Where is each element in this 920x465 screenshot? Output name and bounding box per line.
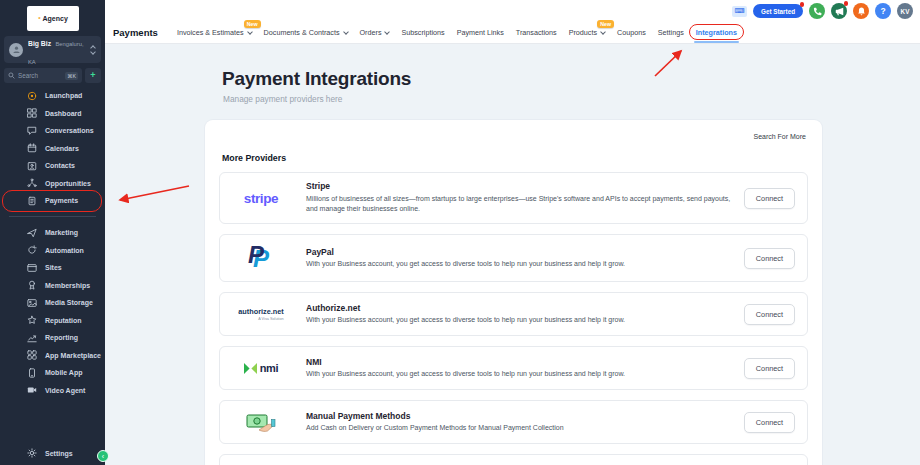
automation-icon — [27, 245, 37, 255]
sidebar-collapse-button[interactable]: ‹ — [97, 450, 109, 462]
tab-documents-contracts[interactable]: Documents & Contracts — [264, 28, 348, 37]
provider-description: With your Business account, you get acce… — [306, 315, 744, 326]
sidebar-item-reputation[interactable]: Reputation — [0, 312, 105, 330]
sidebar: * Agency Big Biz Bengaluru, KA Search ⌘K… — [0, 0, 105, 465]
tab-label: Products — [569, 28, 597, 37]
get-started-label: Get Started — [761, 8, 795, 15]
search-placeholder: Search — [18, 72, 65, 79]
paypal-logo-icon: PP — [232, 243, 290, 273]
sidebar-item-label: Sites — [45, 264, 62, 271]
tab-label: Invoices & Estimates — [177, 28, 244, 37]
sidebar-item-payments[interactable]: Payments — [0, 192, 105, 210]
provider-info: PayPalWith your Business account, you ge… — [306, 247, 744, 270]
phone-icon[interactable] — [809, 3, 825, 19]
media-storage-icon — [27, 298, 37, 308]
search-for-more-link[interactable]: Search For More — [753, 133, 806, 140]
connect-button-paypal[interactable]: Connect — [744, 248, 795, 269]
tab-label: Subscriptions — [401, 28, 444, 37]
sidebar-item-memberships[interactable]: Memberships — [0, 277, 105, 295]
account-name: Big Biz — [28, 40, 51, 47]
marketing-icon — [27, 228, 37, 238]
bell-icon[interactable] — [853, 3, 869, 19]
sidebar-item-media-storage[interactable]: Media Storage — [0, 294, 105, 312]
payments-navbar: Payments Invoices & EstimatesNewDocument… — [105, 22, 920, 44]
tab-invoices-estimates[interactable]: Invoices & EstimatesNew — [177, 28, 252, 37]
provider-name: Authorize.net — [306, 303, 744, 313]
sidebar-item-label: Video Agent — [45, 387, 85, 394]
agency-logo: * Agency — [27, 6, 79, 31]
account-switcher[interactable]: Big Biz Bengaluru, KA — [4, 36, 101, 63]
sidebar-item-settings[interactable]: Settings — [0, 445, 105, 463]
tab-transactions[interactable]: Transactions — [516, 28, 557, 37]
integrations-card: Search For More More Providers stripeStr… — [205, 120, 822, 465]
chevron-down-icon — [385, 29, 391, 35]
tab-label: Transactions — [516, 28, 557, 37]
tab-integrations[interactable]: Integrations — [696, 28, 737, 37]
sidebar-item-sites[interactable]: Sites — [0, 259, 105, 277]
sidebar-item-mobile-app[interactable]: Mobile App — [0, 364, 105, 382]
sidebar-item-marketing[interactable]: Marketing — [0, 224, 105, 242]
agency-logo-mark-icon: * — [38, 16, 40, 22]
provider-description: Millions of businesses of all sizes—from… — [306, 194, 744, 216]
sidebar-divider — [9, 216, 96, 217]
tab-label: Integrations — [696, 28, 737, 37]
sidebar-item-launchpad[interactable]: Launchpad — [0, 87, 105, 105]
keyboard-shortcuts-icon[interactable]: ⌨ — [732, 6, 747, 17]
get-started-button[interactable]: Get Started — [753, 4, 803, 18]
launchpad-icon — [27, 91, 37, 101]
sidebar-search-input[interactable]: Search ⌘K — [4, 68, 82, 83]
sidebar-item-label: Reputation — [45, 317, 82, 324]
sidebar-item-label: Conversations — [45, 127, 94, 134]
tab-payment-links[interactable]: Payment Links — [457, 28, 504, 37]
new-badge: New — [244, 20, 261, 28]
provider-row-manual-payment-methods: Manual Payment MethodsAdd Cash on Delive… — [219, 400, 808, 444]
chevron-down-icon — [600, 29, 606, 35]
sidebar-item-app-marketplace[interactable]: App Marketplace — [0, 347, 105, 365]
contacts-icon — [27, 161, 37, 171]
sidebar-nav-settings: Settings — [0, 445, 105, 463]
tab-coupons[interactable]: Coupons — [617, 28, 646, 37]
sidebar-item-dashboard[interactable]: Dashboard — [0, 105, 105, 123]
sidebar-search-row: Search ⌘K + — [4, 68, 101, 83]
dashboard-icon — [27, 108, 37, 118]
sidebar-item-label: Opportunities — [45, 180, 91, 187]
tab-subscriptions[interactable]: Subscriptions — [401, 28, 444, 37]
nmi-logo-icon: nmi — [232, 362, 290, 374]
tab-orders[interactable]: Orders — [360, 28, 390, 37]
search-shortcut-badge: ⌘K — [65, 72, 78, 80]
sidebar-item-contacts[interactable]: Contacts — [0, 157, 105, 175]
megaphone-icon[interactable] — [831, 3, 847, 19]
provider-info: Manual Payment MethodsAdd Cash on Delive… — [306, 411, 744, 434]
provider-row-nmi: nmiNMIWith your Business account, you ge… — [219, 346, 808, 390]
providers-list: stripeStripeMillions of businesses of al… — [219, 172, 808, 465]
sidebar-item-label: Reporting — [45, 334, 78, 341]
tab-label: Settings — [658, 28, 684, 37]
sidebar-item-label: Payments — [45, 197, 78, 204]
tab-label: Orders — [360, 28, 382, 37]
notification-dot — [844, 1, 849, 6]
provider-info: NMIWith your Business account, you get a… — [306, 357, 744, 380]
sidebar-item-automation[interactable]: Automation — [0, 242, 105, 260]
provider-row-paypal: PPPayPalWith your Business account, you … — [219, 234, 808, 282]
tab-settings[interactable]: Settings — [658, 28, 684, 37]
sidebar-item-conversations[interactable]: Conversations — [0, 122, 105, 140]
help-icon[interactable]: ? — [875, 3, 891, 19]
tab-products[interactable]: ProductsNew — [569, 28, 605, 37]
sidebar-item-video-agent[interactable]: Video Agent — [0, 382, 105, 400]
search-icon — [8, 72, 15, 79]
reputation-icon — [27, 315, 37, 325]
connect-button-authorize-net[interactable]: Connect — [744, 304, 795, 325]
page-title: Payment Integrations — [222, 68, 920, 90]
mobile-app-icon — [27, 368, 37, 378]
sidebar-item-opportunities[interactable]: Opportunities — [0, 175, 105, 193]
connect-button-nmi[interactable]: Connect — [744, 358, 795, 379]
user-avatar[interactable]: KV — [897, 3, 913, 19]
quick-add-button[interactable]: + — [85, 68, 101, 83]
sidebar-item-calendars[interactable]: Calendars — [0, 140, 105, 158]
connect-button-stripe[interactable]: Connect — [744, 188, 795, 209]
sidebar-item-reporting[interactable]: Reporting — [0, 329, 105, 347]
memberships-icon — [27, 280, 37, 290]
provider-name: Stripe — [306, 181, 744, 191]
chevron-updown-icon — [91, 46, 95, 54]
connect-button-manual-payment-methods[interactable]: Connect — [744, 412, 795, 433]
